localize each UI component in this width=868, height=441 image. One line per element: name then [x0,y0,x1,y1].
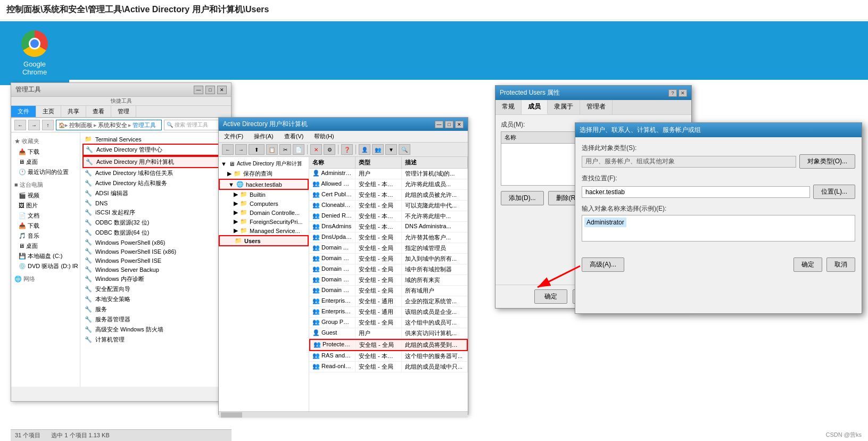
row-enterprise-admins[interactable]: 👥 Enterprise Admi... 安全组 - 通用 企业的指定系统管..… [309,296,468,307]
item-psise[interactable]: 🔧 Windows PowerShell ISE [82,256,229,265]
row-domain-computers[interactable]: 👥 Domain Comput... 安全组 - 全局 加入到域中的所有... [309,254,468,264]
close-button[interactable]: ✕ [217,86,227,94]
row-allowed-rodc[interactable]: 👥 Allowed RODC P... 安全组 - 本地域 允许将此组成员... [309,179,468,190]
row-domain-controllers[interactable]: 👥 Domain Controll... 安全组 - 全局 域中所有域控制器 [309,264,468,275]
sidebar-item-desktop2[interactable]: 🖥 桌面 [11,241,80,251]
row-protected-users[interactable]: 👥 Protected Users 安全组 - 全局 此组的成员将受到针对... [309,339,468,351]
row-gpo[interactable]: 👥 Group Policy Cr... 安全组 - 全局 这个组中的成员可..… [309,318,468,328]
item-psise86[interactable]: 🔧 Windows PowerShell ISE (x86) [82,247,229,256]
toolbar-btn1[interactable]: 📋 [266,144,278,155]
item-wsb[interactable]: 🔧 Windows Server Backup [82,265,229,274]
item-mem-diag[interactable]: 🔧 Windows 内存诊断 [82,274,229,284]
tab-manage[interactable]: 管理 [111,106,136,117]
row-readonly-dc[interactable]: 👥 Read-only Dom... 安全组 - 全局 此组的成员是域中只... [309,362,468,372]
toolbar-back[interactable]: ← [222,144,234,155]
item-ad-domains[interactable]: 🔧 Active Directory 域和信任关系 [82,168,229,178]
item-server-manager[interactable]: 🔧 服务器管理器 [82,314,229,324]
row-enterprise-read[interactable]: 👥 Enterprise Read... 安全组 - 通用 该组的成员是企业..… [309,307,468,318]
menu-view[interactable]: 查看(V) [279,131,309,142]
item-firewall[interactable]: 🔧 高级安全 Windows 防火墙 [82,324,229,335]
select-ok-btn[interactable]: 确定 [793,257,822,272]
sidebar-item-recent[interactable]: 🕐 最近访问的位置 [11,167,80,177]
ad-minimize-btn[interactable]: — [435,121,443,128]
tree-computers[interactable]: ▶ 📁 Computers [219,199,309,208]
sidebar-item-video[interactable]: 🎬 视频 [11,190,80,201]
item-services[interactable]: 🔧 服务 [82,304,229,314]
select-cancel-btn[interactable]: 取消 [826,257,855,272]
ad-scrollbar[interactable] [219,411,468,418]
toolbar-new-user[interactable]: 👤 [359,144,370,155]
item-dns[interactable]: 🔧 DNS [82,198,229,207]
back-button[interactable]: ← [14,120,26,130]
toolbar-new-group[interactable]: 👥 [372,144,384,155]
item-adsi[interactable]: 🔧 ADSI 编辑器 [82,188,229,198]
properties-help-btn[interactable]: ? [668,89,677,97]
chrome-app-icon[interactable]: GoogleChrome [0,21,69,85]
toolbar-scissors[interactable]: ✂ [279,144,291,155]
properties-close-btn[interactable]: ✕ [679,89,687,97]
tab-view[interactable]: 查看 [86,106,111,117]
tab-share[interactable]: 共享 [61,106,86,117]
toolbar-search[interactable]: 🔍 [399,144,410,155]
address-input[interactable]: 🏠 ▸ 控制面板 ▸ 系统和安全 ▸ 管理工具 [56,120,162,130]
toolbar-help[interactable]: ❓ [341,144,353,155]
sidebar-item-desktop[interactable]: 🖥 桌面 [11,157,80,167]
item-ad-center[interactable]: 🔧 Active Directory 管理中心 [82,144,229,156]
item-odbc32[interactable]: 🔧 ODBC 数据源(32 位) [82,218,229,228]
toolbar-up[interactable]: ⬆ [249,144,264,155]
ad-close-btn[interactable]: ✕ [455,121,464,128]
location-input[interactable] [582,186,810,198]
row-dns-proxy[interactable]: 👥 DnsUpdateProxy 安全组 - 全局 允许替其他客户... [309,232,468,243]
sidebar-item-download[interactable]: 📥 下载 [11,147,80,157]
sidebar-item-dvd[interactable]: 💿 DVD 驱动器 (D:) IR [11,261,80,271]
item-terminal-services[interactable]: 📁 Terminal Services [82,135,229,144]
tab-general[interactable]: 常规 [495,100,522,114]
item-security-wizard[interactable]: 🔧 安全配置向导 [82,284,229,294]
maximize-button[interactable]: □ [205,86,215,94]
toolbar-filter[interactable]: ▼ [385,144,397,155]
tree-managed[interactable]: ▶ 📁 Managed Service... [219,226,309,235]
row-ras[interactable]: 👥 RAS and IAS Ser... 安全组 - 本地域 这个组中的服务器可… [309,351,468,362]
tree-dc[interactable]: ▶ 📁 Domain Controlle... [219,208,309,217]
sidebar-item-docs[interactable]: 📄 文档 [11,211,80,221]
item-ad-users[interactable]: 🔧 Active Directory 用户和计算机 [82,156,229,168]
tree-saved-queries[interactable]: ▶ 📁 保存的查询 [219,169,309,179]
tab-home[interactable]: 主页 [36,106,61,117]
locations-btn[interactable]: 位置(L)... [813,185,855,199]
sidebar-item-music[interactable]: 🎵 音乐 [11,231,80,241]
ad-maximize-btn[interactable]: □ [445,121,453,128]
row-administrator[interactable]: 👤 Administrator 用户 管理计算机(域)的... [309,169,468,179]
item-iscsi[interactable]: 🔧 iSCSI 发起程序 [82,207,229,218]
col-type[interactable]: 类型 [356,157,402,168]
row-denied-rodc[interactable]: 👥 Denied RODC P... 安全组 - 本地域 不允许将此组中... [309,211,468,222]
item-odbc64[interactable]: 🔧 ODBC 数据源(64 位) [82,228,229,238]
minimize-button[interactable]: — [194,86,203,94]
sidebar-item-pictures[interactable]: 🖼 图片 [11,201,80,211]
menu-help[interactable]: 帮助(H) [309,131,339,142]
forward-button[interactable]: → [28,120,40,130]
tree-hacker-testlab[interactable]: ▼ 🌐 hacker.testlab [219,179,309,190]
object-types-btn[interactable]: 对象类型(O)... [799,154,855,169]
item-computer-management[interactable]: 🔧 计算机管理 [82,335,229,345]
item-ad-sites[interactable]: 🔧 Active Directory 站点和服务 [82,178,229,188]
row-domain-admins[interactable]: 👥 Domain Admins 安全组 - 全局 指定的域管理员 [309,243,468,254]
scrollbar-thumb[interactable] [221,412,242,418]
row-cloneable[interactable]: 👥 Cloneable Dom... 安全组 - 全局 可以克隆此组中代... [309,201,468,211]
tab-file[interactable]: 文件 [11,106,36,117]
tab-managed-by[interactable]: 管理者 [580,100,613,114]
sidebar-item-downloads[interactable]: 📥 下载 [11,221,80,231]
add-member-btn[interactable]: 添加(D)... [501,191,544,205]
up-button[interactable]: ↑ [42,120,54,130]
toolbar-paste[interactable]: 📄 [293,144,304,155]
sidebar-item-local-disk[interactable]: 💾 本地磁盘 (C:) [11,251,80,261]
item-ps86[interactable]: 🔧 Windows PowerShell (x86) [82,238,229,247]
tree-foreign[interactable]: ▶ 📁 ForeignSecurityPri... [219,217,309,226]
col-desc[interactable]: 描述 [402,157,468,168]
toolbar-forward[interactable]: → [235,144,247,155]
tab-members[interactable]: 成员 [522,100,548,114]
tree-root[interactable]: ▼ 🖥 Active Directory 用户和计算 [219,159,309,169]
name-input-area[interactable]: Administrator [582,215,855,242]
tree-builtin[interactable]: ▶ 📁 Builtin [219,190,309,199]
item-local-policy[interactable]: 🔧 本地安全策略 [82,294,229,304]
col-name[interactable]: 名称 [309,157,356,168]
